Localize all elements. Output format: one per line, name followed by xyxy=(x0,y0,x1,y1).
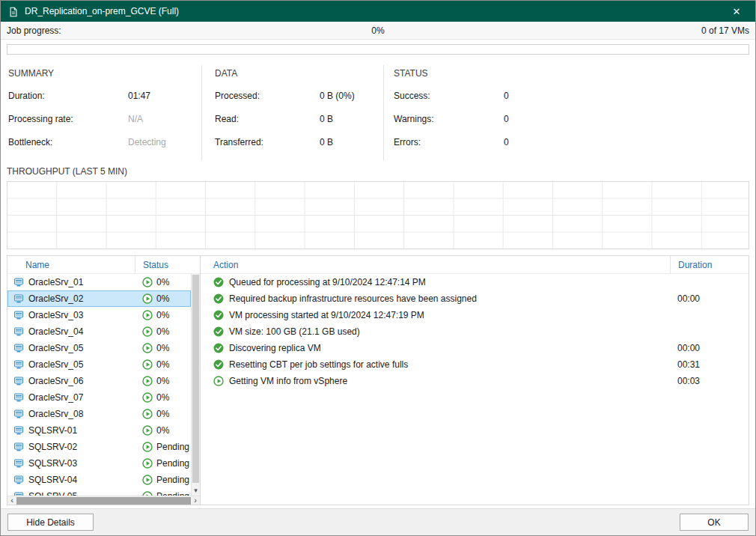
stat-label: Processing rate: xyxy=(8,114,128,124)
vm-status-cell: Pending xyxy=(135,442,189,452)
vm-status-cell: 0% xyxy=(135,310,169,320)
vm-status-cell: 0% xyxy=(135,293,169,304)
vm-icon xyxy=(13,293,24,304)
vm-name: OracleSrv_05 xyxy=(28,359,83,370)
step-success-icon xyxy=(213,310,224,320)
action-row[interactable]: Required backup infrastructure resources… xyxy=(201,290,749,307)
status-play-icon xyxy=(142,310,153,320)
job-progress-percent: 0% xyxy=(371,25,384,36)
action-column-header[interactable]: Action xyxy=(201,260,670,270)
footer: Hide Details OK xyxy=(1,508,755,535)
vm-name: SQLSRV-03 xyxy=(28,458,77,469)
vm-row[interactable]: OracleSrv_08 0% xyxy=(7,406,191,422)
vm-row[interactable]: SQLSRV-01 0% xyxy=(7,422,191,439)
stat-label: Warnings: xyxy=(394,114,504,124)
vm-status-text: Pending xyxy=(156,458,189,469)
stat-row: Warnings: 0 xyxy=(394,114,755,124)
vm-row[interactable]: OracleSrv_05 0% xyxy=(7,340,191,356)
status-play-icon xyxy=(142,343,153,353)
close-icon[interactable]: ✕ xyxy=(725,1,748,22)
vm-row[interactable]: OracleSrv_07 0% xyxy=(7,389,191,406)
vm-name-cell: SQLSRV-01 xyxy=(7,425,135,436)
vm-row[interactable]: OracleSrv_05 0% xyxy=(7,356,191,373)
stat-label: Read: xyxy=(215,114,320,124)
action-text: Required backup infrastructure resources… xyxy=(229,293,670,304)
vm-status-cell: 0% xyxy=(135,409,169,419)
vm-row[interactable]: SQLSRV-02 Pending xyxy=(7,439,191,455)
vm-name-cell: OracleSrv_02 xyxy=(7,293,135,304)
stat-row: Bottleneck: Detecting xyxy=(8,137,201,147)
vm-row[interactable]: SQLSRV-04 Pending xyxy=(7,472,191,488)
stat-value: 0 xyxy=(504,137,509,147)
vm-status-cell: 0% xyxy=(135,359,169,370)
action-row[interactable]: Resetting CBT per job settings for activ… xyxy=(201,356,749,373)
vm-row[interactable]: OracleSrv_01 0% xyxy=(7,274,191,290)
stat-value: 01:47 xyxy=(128,91,150,101)
stat-label: Success: xyxy=(394,91,504,101)
status-play-icon xyxy=(142,409,153,419)
stat-label: Bottleneck: xyxy=(8,137,128,147)
action-text: VM size: 100 GB (21.1 GB used) xyxy=(229,326,670,337)
duration-column-header[interactable]: Duration xyxy=(670,256,749,273)
vm-name: OracleSrv_08 xyxy=(28,409,83,419)
action-row[interactable]: VM size: 100 GB (21.1 GB used) xyxy=(201,323,749,340)
titlebar[interactable]: DR_Replication_on-prem_GCVE (Full) ✕ xyxy=(1,1,755,22)
status-play-icon xyxy=(142,442,153,452)
vm-name-cell: OracleSrv_06 xyxy=(7,376,135,386)
vm-row[interactable]: OracleSrv_06 0% xyxy=(7,373,191,389)
stat-value: 0 xyxy=(504,114,509,124)
scroll-down-icon[interactable]: ▾ xyxy=(192,485,200,496)
name-column-header[interactable]: Name xyxy=(7,260,135,270)
vm-name: OracleSrv_05 xyxy=(28,343,83,353)
vm-row[interactable]: OracleSrv_04 0% xyxy=(7,323,191,340)
vm-icon xyxy=(13,343,24,353)
vm-status-text: Pending xyxy=(156,475,189,485)
vm-row[interactable]: OracleSrv_03 0% xyxy=(7,307,191,323)
vm-row[interactable]: SQLSRV-05 Pending xyxy=(7,488,191,496)
vertical-scrollbar-thumb[interactable] xyxy=(192,275,199,483)
ok-button[interactable]: OK xyxy=(680,514,749,531)
vertical-scrollbar[interactable]: ▾ xyxy=(191,274,200,496)
action-duration: 00:31 xyxy=(670,359,749,370)
data-panel: DATA Processed: 0 B (0%) Read: 0 B Trans… xyxy=(201,65,383,160)
vm-name: SQLSRV-01 xyxy=(28,425,77,436)
vm-name: OracleSrv_03 xyxy=(28,310,83,320)
action-duration: 00:00 xyxy=(670,293,749,304)
job-progress-label: Job progress: xyxy=(7,25,61,36)
stat-row: Errors: 0 xyxy=(394,137,755,147)
vm-name-cell: OracleSrv_03 xyxy=(7,310,135,320)
status-play-icon xyxy=(142,326,153,337)
vm-name: SQLSRV-02 xyxy=(28,442,77,452)
status-column-header[interactable]: Status xyxy=(135,256,191,273)
vm-row[interactable]: OracleSrv_02 0% xyxy=(7,290,191,307)
vm-name-cell: SQLSRV-03 xyxy=(7,458,135,469)
vm-status-text: 0% xyxy=(156,326,169,337)
action-rows: Queued for processing at 9/10/2024 12:47… xyxy=(201,274,749,505)
action-row[interactable]: Queued for processing at 9/10/2024 12:47… xyxy=(201,274,749,290)
stat-row: Success: 0 xyxy=(394,91,755,101)
stat-value: 0 B (0%) xyxy=(320,91,355,101)
vm-icon xyxy=(13,425,24,436)
stat-value: 0 B xyxy=(320,137,333,147)
horizontal-scrollbar[interactable]: ‹ › xyxy=(7,496,200,505)
data-title: DATA xyxy=(215,68,383,79)
hide-details-button[interactable]: Hide Details xyxy=(7,514,94,531)
vm-name-cell: OracleSrv_05 xyxy=(7,359,135,370)
vm-status-cell: 0% xyxy=(135,392,169,403)
summary-panel: SUMMARY Duration: 01:47 Processing rate:… xyxy=(1,65,201,160)
step-success-icon xyxy=(213,343,224,353)
stat-value: Detecting xyxy=(128,137,166,147)
scroll-left-icon[interactable]: ‹ xyxy=(7,496,16,505)
stat-label: Errors: xyxy=(394,137,504,147)
action-row[interactable]: Getting VM info from vSphere 00:03 xyxy=(201,373,749,389)
vm-row[interactable]: SQLSRV-03 Pending xyxy=(7,455,191,472)
action-log-header: Action Duration xyxy=(201,256,749,274)
step-running-icon xyxy=(213,376,224,386)
scroll-right-icon[interactable]: › xyxy=(191,496,200,505)
job-progress-bar xyxy=(7,44,749,55)
horizontal-scrollbar-thumb[interactable] xyxy=(16,497,191,505)
action-duration: 00:00 xyxy=(670,343,749,353)
action-row[interactable]: VM processing started at 9/10/2024 12:47… xyxy=(201,307,749,323)
action-row[interactable]: Discovering replica VM 00:00 xyxy=(201,340,749,356)
action-duration: 00:03 xyxy=(670,376,749,386)
